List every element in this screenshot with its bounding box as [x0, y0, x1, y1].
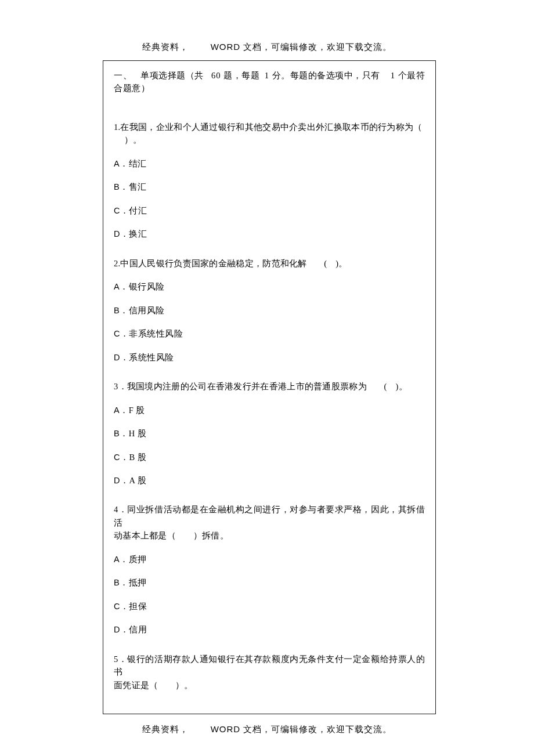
- option-label: B: [114, 578, 120, 587]
- question-option: B．H 股: [114, 427, 425, 440]
- question-option: A．银行风险: [114, 280, 425, 293]
- question-option: C．非系统性风险: [114, 327, 425, 340]
- option-text: ．担保: [120, 602, 147, 611]
- question-stem-cont: 动基本上都是（ ）拆借。: [114, 529, 425, 542]
- question-option: D．信用: [114, 623, 425, 636]
- footer-prefix: 经典资料，: [142, 725, 189, 734]
- footer-suffix: 文档，可编辑修改，欢迎下载交流。: [243, 725, 392, 734]
- option-text: ．F 股: [120, 406, 145, 415]
- question-option: D．系统性风险: [114, 351, 425, 364]
- question-option: D．换汇: [114, 227, 425, 240]
- option-label: A: [114, 282, 120, 291]
- section-count: 60: [206, 71, 223, 80]
- option-text: ．付汇: [120, 206, 147, 215]
- question-option: C．担保: [114, 600, 425, 613]
- question-stem: 2.中国人民银行负责国家的金融稳定，防范和化解 ( )。: [114, 257, 425, 270]
- option-text: ．B 股: [120, 453, 146, 462]
- question-option: A．结汇: [114, 157, 425, 170]
- option-text: ．A 股: [120, 476, 146, 485]
- section-prefix: 一、 单项选择题（共: [114, 71, 204, 80]
- option-text: ．非系统性风险: [120, 329, 183, 338]
- option-label: A: [114, 555, 120, 564]
- option-label: D: [114, 229, 120, 238]
- option-label: B: [114, 306, 120, 315]
- section-title: 一、 单项选择题（共 60 题，每题 1 分。每题的备选项中，只有 1 个最符合…: [114, 69, 425, 95]
- option-label: A: [114, 406, 120, 415]
- question-stem: 3．我国境内注册的公司在香港发行并在香港上市的普通股票称为 ( )。: [114, 380, 425, 393]
- option-text: ．抵押: [120, 578, 147, 587]
- option-text: ．售汇: [120, 182, 147, 191]
- option-text: ．换汇: [120, 229, 147, 238]
- option-label: A: [114, 159, 120, 168]
- option-label: B: [114, 429, 120, 438]
- option-text: ．信用: [120, 625, 147, 634]
- question-option: A．F 股: [114, 404, 425, 417]
- option-text: ．质押: [120, 555, 147, 564]
- question-option: B．售汇: [114, 180, 425, 193]
- question-stem: 5．银行的活期存款人通知银行在其存款额度内无条件支付一定金额给持票人的书: [114, 653, 425, 679]
- question-option: C．付汇: [114, 204, 425, 217]
- option-label: C: [114, 329, 120, 338]
- option-label: C: [114, 206, 120, 215]
- section-only: 1: [383, 71, 398, 80]
- header-word: WORD: [211, 42, 241, 52]
- document-page: 经典资料， WORD 文档，可编辑修改，欢迎下载交流。 一、 单项选择题（共 6…: [0, 0, 534, 756]
- option-label: C: [114, 453, 120, 462]
- option-text: ．信用风险: [120, 306, 165, 315]
- header-suffix: 文档，可编辑修改，欢迎下载交流。: [243, 42, 392, 52]
- question-option: D．A 股: [114, 474, 425, 487]
- option-text: ．H 股: [120, 429, 146, 438]
- question-stem: 4．同业拆借活动都是在金融机构之间进行，对参与者要求严格，因此，其拆借活: [114, 503, 425, 529]
- header-prefix: 经典资料，: [142, 42, 189, 52]
- option-label: D: [114, 625, 120, 634]
- question-stem-cont: ）。: [114, 133, 425, 146]
- section-per: 1: [262, 71, 272, 80]
- option-label: D: [114, 353, 120, 362]
- option-text: ．结汇: [120, 159, 147, 168]
- content-frame: 一、 单项选择题（共 60 题，每题 1 分。每题的备选项中，只有 1 个最符合…: [103, 60, 436, 714]
- option-label: C: [114, 602, 120, 611]
- option-text: ．银行风险: [120, 282, 165, 291]
- page-footer: 经典资料， WORD 文档，可编辑修改，欢迎下载交流。: [0, 724, 534, 735]
- section-mid1: 题，每题: [223, 71, 259, 80]
- question-stem-cont: 面凭证是（ ）。: [114, 679, 425, 692]
- question-option: C．B 股: [114, 451, 425, 464]
- question-option: B．信用风险: [114, 304, 425, 317]
- option-label: B: [114, 182, 120, 191]
- question-option: B．抵押: [114, 576, 425, 589]
- option-label: D: [114, 476, 120, 485]
- section-mid2: 分。每题的备选项中，只有: [272, 71, 380, 80]
- question-option: A．质押: [114, 553, 425, 566]
- footer-word: WORD: [211, 724, 241, 734]
- question-stem: 1.在我国，企业和个人通过银行和其他交易中介卖出外汇换取本币的行为称为（: [114, 121, 425, 133]
- option-text: ．系统性风险: [120, 353, 174, 362]
- page-header: 经典资料， WORD 文档，可编辑修改，欢迎下载交流。: [0, 42, 534, 53]
